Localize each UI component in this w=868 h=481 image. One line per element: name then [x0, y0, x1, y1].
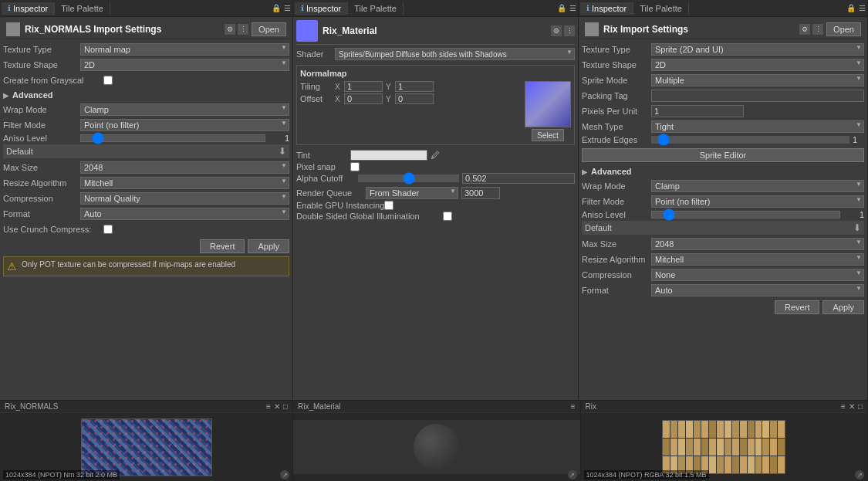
right-mesh-type-dropdown[interactable]: Tight: [651, 120, 864, 133]
material-title: Rix_Material: [323, 25, 551, 36]
right-title-icon: [585, 22, 599, 36]
middle-preview-icon: ↗: [568, 470, 577, 479]
right-preview-expand[interactable]: □: [858, 402, 863, 411]
right-filter-mode-dropdown[interactable]: Point (no filter): [651, 195, 864, 208]
right-preview-close[interactable]: ✕: [849, 402, 855, 411]
left-filter-mode-dropdown[interactable]: Point (no filter): [80, 119, 289, 131]
middle-more-btn[interactable]: ⋮: [564, 25, 575, 36]
middle-settings-btn[interactable]: ⚙: [551, 25, 562, 36]
right-extrude-slider[interactable]: [651, 136, 849, 144]
right-sprite-editor-btn[interactable]: Sprite Editor: [582, 148, 864, 162]
right-pixels-per-unit-row: Pixels Per Unit: [582, 104, 864, 118]
menu-icon-middle[interactable]: ☰: [569, 4, 576, 12]
left-apply-btn[interactable]: Apply: [248, 239, 289, 253]
right-preview-collapse[interactable]: ≡: [841, 402, 846, 411]
offset-y-field[interactable]: [395, 93, 434, 104]
right-compression-dropdown[interactable]: None: [651, 269, 864, 281]
left-resize-dropdown[interactable]: Mitchell: [80, 177, 289, 189]
middle-preview-header: Rix_Material ≡: [293, 401, 580, 413]
eyedropper-icon[interactable]: 🖉: [431, 150, 440, 161]
alpha-cutoff-value[interactable]: [462, 173, 575, 184]
tab-inspector-right[interactable]: ℹ Inspector: [580, 2, 633, 15]
left-compression-dropdown-wrap: Normal Quality: [80, 192, 289, 205]
left-preview-collapse[interactable]: ≡: [266, 402, 271, 411]
right-panel-header-icons: 🔒 ☰: [846, 4, 866, 12]
left-settings-btn[interactable]: ⚙: [225, 24, 235, 35]
tab-tile-palette-right[interactable]: Tile Palette: [633, 2, 689, 15]
left-texture-type-dropdown-wrap: Normal map: [80, 43, 289, 56]
left-compression-label: Compression: [3, 194, 80, 203]
left-max-size-dropdown[interactable]: 2048: [80, 161, 289, 174]
left-preview-name: Rix_NORMALS: [5, 402, 58, 411]
render-queue-mode-dropdown[interactable]: From Shader: [366, 187, 458, 199]
left-format-row: Format Auto: [3, 207, 289, 221]
right-settings-btn[interactable]: ⚙: [799, 24, 810, 35]
tint-color-swatch[interactable]: [350, 150, 427, 161]
tiling-label: Tiling: [300, 82, 335, 91]
right-aniso-label: Aniso Level: [582, 210, 651, 219]
right-compression-dropdown-wrap: None: [651, 269, 864, 281]
lock-icon-middle[interactable]: 🔒: [557, 4, 566, 12]
doublesided-checkbox[interactable]: [443, 212, 452, 221]
offset-x-field[interactable]: [344, 93, 383, 104]
right-packing-tag-input[interactable]: [651, 90, 864, 102]
right-texture-type-dropdown[interactable]: Sprite (2D and UI): [651, 43, 864, 56]
right-apply-btn[interactable]: Apply: [822, 300, 864, 314]
lock-icon-right[interactable]: 🔒: [846, 4, 856, 12]
left-more-btn[interactable]: ⋮: [238, 24, 248, 35]
alpha-cutoff-slider[interactable]: [358, 174, 459, 182]
right-resize-row: Resize Algorithm Mitchell: [582, 252, 864, 266]
right-open-btn[interactable]: Open: [826, 22, 861, 36]
right-aniso-value: 1: [845, 210, 864, 219]
select-btn[interactable]: Select: [532, 129, 564, 141]
right-aniso-slider[interactable]: [651, 211, 840, 218]
shader-dropdown[interactable]: Sprites/Bumped Diffuse both sides with S…: [335, 48, 575, 60]
left-aniso-slider[interactable]: [80, 134, 265, 142]
tab-inspector-middle[interactable]: ℹ Inspector: [295, 2, 348, 15]
tab-tile-palette-left[interactable]: Tile Palette: [55, 2, 110, 15]
left-texture-shape-dropdown[interactable]: 2D: [80, 59, 289, 71]
right-resize-dropdown[interactable]: Mitchell: [651, 253, 864, 266]
middle-preview-collapse[interactable]: ≡: [571, 402, 576, 411]
left-preview-close[interactable]: ✕: [274, 402, 280, 411]
tiling-y-field[interactable]: [395, 81, 434, 92]
pixel-snap-checkbox[interactable]: [350, 162, 360, 171]
left-format-dropdown[interactable]: Auto: [80, 208, 289, 220]
right-compression-row: Compression None: [582, 268, 864, 282]
left-open-btn[interactable]: Open: [252, 22, 286, 36]
render-queue-mode-wrap: From Shader: [366, 187, 458, 199]
gpu-checkbox[interactable]: [384, 201, 393, 210]
left-download-icon[interactable]: ⬇: [279, 146, 286, 157]
left-preview-expand[interactable]: □: [283, 402, 288, 411]
right-max-size-dropdown[interactable]: 2048: [651, 238, 864, 250]
right-resize-dropdown-wrap: Mitchell: [651, 253, 864, 266]
right-advanced-section[interactable]: ▶ Advanced: [582, 165, 864, 178]
menu-icon-right[interactable]: ☰: [859, 4, 866, 12]
right-more-btn[interactable]: ⋮: [812, 24, 823, 35]
left-compression-dropdown[interactable]: Normal Quality: [80, 192, 289, 205]
right-texture-shape-dropdown[interactable]: 2D: [651, 59, 864, 71]
left-texture-type-dropdown[interactable]: Normal map: [80, 43, 289, 56]
left-advanced-section[interactable]: ▶ Advanced: [3, 89, 289, 101]
tint-row: Tint 🖉: [296, 150, 575, 161]
offset-label: Offset: [300, 94, 335, 103]
tiling-x-field[interactable]: [344, 81, 383, 92]
left-crunch-label: Use Crunch Compress:: [3, 225, 103, 234]
normalmap-header: Normalmap: [300, 69, 571, 78]
right-revert-btn[interactable]: Revert: [775, 300, 819, 314]
render-queue-value[interactable]: [461, 187, 500, 199]
left-grayscale-checkbox[interactable]: [103, 76, 113, 85]
menu-icon-left[interactable]: ☰: [284, 4, 291, 12]
right-pixels-per-unit-input[interactable]: [651, 105, 744, 117]
left-wrap-mode-row: Wrap Mode Clamp: [3, 103, 289, 117]
right-download-icon[interactable]: ⬇: [853, 222, 861, 233]
left-crunch-checkbox[interactable]: [103, 225, 113, 234]
tab-tile-palette-middle[interactable]: Tile Palette: [348, 2, 404, 15]
left-wrap-mode-dropdown[interactable]: Clamp: [80, 103, 289, 116]
right-sprite-mode-dropdown[interactable]: Multiple: [651, 74, 864, 86]
lock-icon-left[interactable]: 🔒: [272, 4, 281, 12]
right-wrap-mode-dropdown[interactable]: Clamp: [651, 180, 864, 192]
right-format-dropdown[interactable]: Auto: [651, 284, 864, 296]
tab-inspector-left[interactable]: ℹ Inspector: [2, 2, 55, 15]
left-revert-btn[interactable]: Revert: [200, 239, 245, 253]
